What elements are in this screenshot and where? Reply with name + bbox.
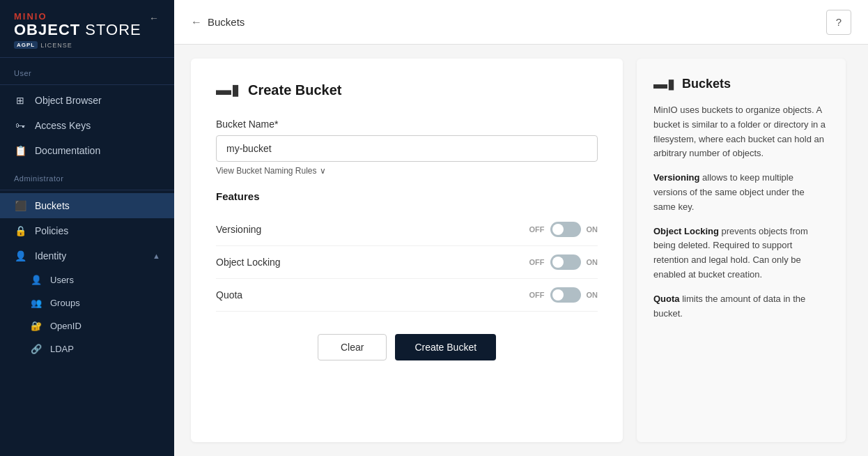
sidebar-item-identity[interactable]: 👤 Identity ▲ [0, 243, 174, 268]
info-title: Buckets [682, 77, 731, 91]
sidebar-item-policies[interactable]: 🔒 Policies [0, 218, 174, 243]
sidebar-sub-item-label: OpenID [50, 321, 82, 331]
create-bucket-button[interactable]: Create Bucket [395, 334, 496, 360]
features-title: Features [216, 190, 598, 202]
logo-title-bold: OBJECT [14, 21, 80, 38]
naming-rules-chevron-icon: ∨ [320, 166, 326, 176]
ldap-icon: 🔗 [31, 344, 42, 354]
versioning-toggle-control: OFF ON [529, 222, 598, 237]
sidebar-section-administrator: Administrator ⬛ Buckets 🔒 Policies 👤 Ide… [0, 163, 174, 360]
clear-button[interactable]: Clear [318, 334, 387, 360]
form-title-row: ▬▮ Create Bucket [216, 81, 598, 99]
main-content: ← Buckets ? ▬▮ Create Bucket Bucket Name… [174, 0, 868, 456]
info-versioning-text: Versioning allows to keep multiple versi… [653, 171, 829, 214]
sidebar-item-label: Access Keys [35, 120, 91, 131]
sidebar-item-access-keys[interactable]: 🗝 Access Keys [0, 113, 174, 138]
logo-license: AGPL LICENSE [14, 41, 141, 49]
identity-chevron-icon: ▲ [153, 252, 160, 260]
bucket-name-group: Bucket Name* View Bucket Naming Rules ∨ [216, 119, 598, 176]
license-text: LICENSE [40, 42, 72, 49]
bucket-name-label: Bucket Name* [216, 119, 598, 130]
sidebar-item-documentation[interactable]: 📋 Documentation [0, 138, 174, 163]
agpl-badge: AGPL [14, 41, 38, 49]
sidebar-sub-item-label: Groups [50, 298, 80, 308]
quota-on-label: ON [587, 291, 598, 299]
sidebar-item-label: Object Browser [35, 95, 102, 106]
info-locking-text: Object Locking prevents objects from bei… [653, 225, 829, 282]
logo-minio: MINIO [14, 11, 141, 22]
sidebar-item-label: Buckets [35, 200, 70, 211]
object-locking-label: Object Locking [216, 257, 281, 268]
policies-icon: 🔒 [14, 225, 26, 236]
quota-label: Quota [216, 289, 242, 301]
form-bucket-icon: ▬▮ [216, 81, 240, 99]
users-icon: 👤 [31, 275, 42, 285]
identity-item-row: Identity ▲ [35, 250, 160, 261]
groups-icon: 👥 [31, 298, 42, 308]
quota-toggle-row: Quota OFF ON [216, 279, 598, 312]
sidebar-item-buckets[interactable]: ⬛ Buckets [0, 193, 174, 218]
breadcrumb: ← Buckets [191, 16, 245, 29]
openid-icon: 🔐 [31, 321, 42, 331]
buckets-icon: ⬛ [14, 200, 26, 211]
sidebar-item-object-browser[interactable]: ⊞ Object Browser [0, 88, 174, 113]
section-label-administrator: Administrator [0, 163, 174, 187]
object-locking-off-label: OFF [529, 258, 545, 266]
sidebar-sub-item-label: Users [50, 275, 74, 285]
create-bucket-form-card: ▬▮ Create Bucket Bucket Name* View Bucke… [191, 59, 623, 442]
sidebar-item-label: Documentation [35, 145, 100, 156]
sidebar-item-label: Identity [35, 250, 66, 261]
sidebar-item-ldap[interactable]: 🔗 LDAP [0, 337, 174, 360]
documentation-icon: 📋 [14, 145, 26, 156]
collapse-button[interactable]: ← [148, 11, 160, 25]
quota-toggle[interactable] [550, 287, 581, 303]
topbar: ← Buckets ? [174, 0, 868, 45]
sidebar-item-label: Policies [35, 225, 68, 236]
sidebar-item-groups[interactable]: 👥 Groups [0, 291, 174, 314]
form-button-row: Clear Create Bucket [216, 334, 598, 360]
object-locking-toggle-row: Object Locking OFF ON [216, 246, 598, 279]
section-label-user: User [0, 58, 174, 82]
info-title-row: ▬▮ Buckets [653, 75, 829, 92]
versioning-toggle-row: Versioning OFF ON [216, 213, 598, 246]
back-arrow-icon[interactable]: ← [191, 16, 202, 29]
quota-toggle-control: OFF ON [529, 287, 598, 303]
object-browser-icon: ⊞ [14, 95, 26, 106]
sidebar: MINIO OBJECT STORE AGPL LICENSE ← User ⊞… [0, 0, 174, 456]
object-locking-toggle-control: OFF ON [529, 254, 598, 270]
versioning-bold: Versioning [653, 172, 699, 183]
identity-icon: 👤 [14, 250, 26, 261]
logo-area: MINIO OBJECT STORE AGPL LICENSE [14, 11, 141, 49]
quota-bold: Quota [653, 294, 680, 304]
form-title: Create Bucket [248, 82, 342, 98]
breadcrumb-label: Buckets [208, 16, 245, 28]
naming-rules-link[interactable]: View Bucket Naming Rules ∨ [216, 166, 326, 176]
object-locking-on-label: ON [587, 258, 598, 266]
object-locking-toggle[interactable] [550, 254, 581, 270]
sidebar-sub-item-label: LDAP [50, 344, 74, 354]
logo-title: OBJECT STORE [14, 22, 141, 38]
versioning-label: Versioning [216, 224, 261, 235]
bucket-name-input[interactable] [216, 135, 598, 162]
sidebar-item-users[interactable]: 👤 Users [0, 268, 174, 291]
quota-off-label: OFF [529, 291, 545, 299]
help-button[interactable]: ? [826, 10, 851, 35]
versioning-off-label: OFF [529, 225, 545, 234]
info-bucket-icon: ▬▮ [653, 75, 675, 92]
versioning-toggle[interactable] [550, 222, 581, 237]
sidebar-header: MINIO OBJECT STORE AGPL LICENSE ← [0, 0, 174, 58]
info-description: MinIO uses buckets to organize objects. … [653, 103, 829, 161]
info-card: ▬▮ Buckets MinIO uses buckets to organiz… [637, 59, 846, 442]
versioning-on-label: ON [587, 225, 598, 234]
sidebar-item-openid[interactable]: 🔐 OpenID [0, 314, 174, 337]
logo-title-light: STORE [80, 21, 141, 38]
features-section: Features Versioning OFF ON Object Lockin… [216, 190, 598, 312]
info-quota-text: Quota limits the amount of data in the b… [653, 292, 829, 321]
access-keys-icon: 🗝 [14, 120, 26, 131]
locking-bold: Object Locking [653, 226, 719, 236]
content-area: ▬▮ Create Bucket Bucket Name* View Bucke… [174, 45, 868, 456]
sidebar-section-user: User ⊞ Object Browser 🗝 Access Keys 📋 Do… [0, 58, 174, 163]
